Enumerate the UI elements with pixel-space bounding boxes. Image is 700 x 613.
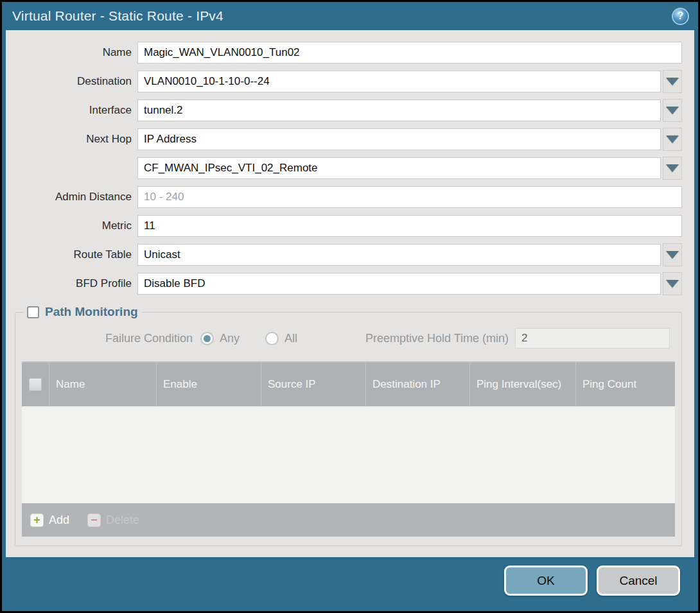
destination-input[interactable] [137, 71, 661, 92]
bfd-profile-row: BFD Profile [6, 273, 682, 295]
table-header-select-cell [22, 363, 49, 406]
add-button[interactable]: + Add [30, 514, 69, 527]
failure-condition-any-radio[interactable] [200, 332, 214, 345]
next-hop-address-row [6, 157, 682, 179]
interface-input[interactable] [137, 99, 661, 121]
bfd-profile-dropdown-button[interactable] [663, 272, 682, 295]
path-monitoring-section: Path Monitoring Failure Condition Any Al… [15, 305, 682, 546]
interface-dropdown-button[interactable] [663, 99, 682, 122]
next-hop-address-dropdown-button[interactable] [663, 157, 682, 180]
add-button-label: Add [49, 514, 69, 527]
metric-input[interactable] [137, 215, 682, 237]
path-monitoring-legend: Path Monitoring [23, 305, 142, 319]
name-label: Name [6, 46, 132, 59]
chevron-down-icon [666, 164, 679, 172]
next-hop-type-input[interactable] [137, 128, 661, 150]
failure-condition-label: Failure Condition [22, 332, 193, 345]
table-header-row: Name Enable Source IP Destination IP Pin… [22, 361, 675, 406]
next-hop-row: Next Hop [6, 128, 682, 150]
path-monitoring-checkbox[interactable] [27, 306, 39, 318]
dialog-body: Name Destination Interface Next Hop Admi… [6, 30, 694, 557]
path-monitoring-table: Name Enable Source IP Destination IP Pin… [22, 361, 675, 537]
next-hop-address-input[interactable] [137, 157, 661, 179]
name-input[interactable] [137, 42, 682, 64]
interface-row: Interface [6, 99, 682, 121]
column-header-source-ip[interactable]: Source IP [261, 363, 365, 406]
ok-button[interactable]: OK [504, 566, 588, 596]
preemptive-hold-time-label: Preemptive Hold Time (min) [365, 332, 509, 345]
failure-condition-all-radio[interactable] [265, 332, 279, 345]
interface-label: Interface [6, 104, 132, 117]
route-table-input[interactable] [137, 244, 661, 266]
name-row: Name [6, 42, 682, 64]
destination-row: Destination [6, 71, 682, 92]
delete-button-label: Delete [106, 514, 139, 527]
next-hop-type-dropdown-button[interactable] [663, 128, 682, 151]
plus-icon: + [30, 514, 44, 527]
path-monitoring-title: Path Monitoring [45, 305, 138, 319]
metric-row: Metric [6, 215, 682, 237]
help-icon[interactable]: ? [672, 8, 689, 25]
table-action-bar: + Add − Delete [22, 503, 675, 537]
column-header-ping-count[interactable]: Ping Count [575, 363, 675, 406]
dialog-footer: OK Cancel [2, 557, 698, 611]
minus-icon: − [87, 514, 101, 527]
delete-button[interactable]: − Delete [87, 514, 139, 527]
cancel-button[interactable]: Cancel [597, 566, 680, 596]
bfd-profile-label: BFD Profile [6, 277, 132, 290]
next-hop-label: Next Hop [6, 133, 132, 146]
select-all-checkbox[interactable] [29, 378, 42, 391]
metric-label: Metric [6, 220, 132, 232]
chevron-down-icon [666, 280, 679, 288]
destination-dropdown-button[interactable] [663, 70, 682, 93]
column-header-ping-interval[interactable]: Ping Interval(sec) [469, 363, 575, 406]
chevron-down-icon [666, 78, 679, 85]
table-body-empty [22, 406, 675, 503]
route-table-label: Route Table [6, 248, 132, 261]
chevron-down-icon [666, 135, 679, 143]
static-route-dialog: Virtual Router - Static Route - IPv4 ? N… [0, 0, 700, 613]
bfd-profile-input[interactable] [137, 273, 661, 295]
route-table-row: Route Table [6, 244, 682, 266]
chevron-down-icon [666, 251, 679, 259]
route-table-dropdown-button[interactable] [663, 243, 682, 266]
dialog-titlebar: Virtual Router - Static Route - IPv4 ? [2, 2, 698, 30]
admin-distance-label: Admin Distance [6, 191, 132, 203]
column-header-name[interactable]: Name [49, 363, 156, 406]
admin-distance-row: Admin Distance [6, 186, 682, 208]
failure-condition-row: Failure Condition Any All Preemptive Hol… [22, 327, 672, 350]
admin-distance-input[interactable] [137, 186, 682, 208]
radio-selected-dot [204, 335, 211, 342]
failure-condition-any-label: Any [220, 332, 240, 345]
failure-condition-all-label: All [284, 332, 297, 345]
column-header-destination-ip[interactable]: Destination IP [365, 363, 469, 406]
column-header-enable[interactable]: Enable [156, 363, 261, 406]
preemptive-hold-time-input [515, 328, 670, 349]
chevron-down-icon [666, 107, 679, 114]
dialog-title: Virtual Router - Static Route - IPv4 [12, 8, 672, 24]
destination-label: Destination [6, 75, 132, 88]
